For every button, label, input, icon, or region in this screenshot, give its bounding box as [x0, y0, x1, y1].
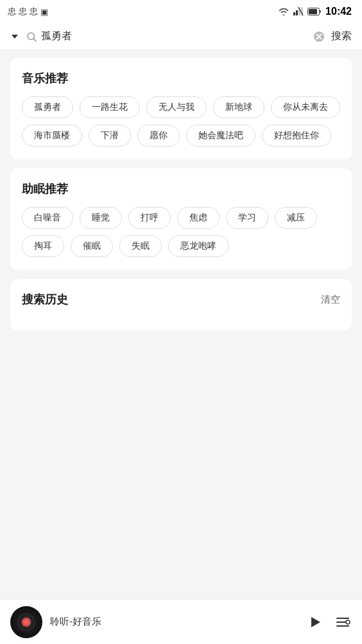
play-icon	[306, 613, 323, 631]
tag-item[interactable]: 白噪音	[22, 207, 73, 229]
track-info: 聆听-好音乐	[50, 616, 298, 628]
sleep-section-title: 助眠推荐	[22, 181, 340, 197]
carrier-icon-2: 忠	[19, 6, 27, 17]
tag-item[interactable]: 催眠	[71, 235, 113, 257]
tag-item[interactable]: 掏耳	[22, 235, 64, 257]
dropdown-arrow-icon	[10, 32, 19, 41]
tag-item[interactable]: 减压	[275, 207, 317, 229]
search-button[interactable]: 搜索	[331, 30, 352, 43]
tag-item[interactable]: 海市蜃楼	[22, 125, 82, 147]
play-button[interactable]	[306, 613, 323, 631]
settings-icon: ▣	[40, 7, 48, 17]
main-content: 音乐推荐 孤勇者 一路生花 无人与我 新地球 你从未离去 海市蜃楼 下潜 愿你 …	[0, 50, 362, 589]
search-bar: 孤勇者 搜索	[0, 23, 362, 50]
playlist-icon	[334, 613, 352, 631]
status-bar: 忠 忠 忠 ▣ 10:42	[0, 0, 362, 23]
clear-input-button[interactable]	[313, 31, 325, 42]
sleep-recommendations-card: 助眠推荐 白噪音 睡觉 打呼 焦虑 学习 减压 掏耳 催眠 失眠 恶龙咆哮	[10, 168, 352, 270]
vinyl-center	[22, 618, 31, 627]
battery-icon	[307, 8, 322, 15]
tag-item[interactable]: 新地球	[213, 96, 264, 118]
playlist-button[interactable]	[334, 613, 352, 631]
tag-item[interactable]: 下潜	[89, 125, 131, 147]
svg-rect-1	[296, 10, 298, 15]
history-header: 搜索历史 清空	[22, 292, 340, 307]
signal-icon	[293, 7, 304, 16]
status-right: 10:42	[278, 6, 352, 17]
tag-item[interactable]: 孤勇者	[22, 96, 73, 118]
sleep-tags: 白噪音 睡觉 打呼 焦虑 学习 减压 掏耳 催眠 失眠 恶龙咆哮	[22, 207, 340, 257]
search-dropdown[interactable]	[10, 32, 19, 41]
player-controls	[306, 613, 352, 631]
clear-history-button[interactable]: 清空	[321, 294, 340, 306]
tag-item[interactable]: 恶龙咆哮	[168, 235, 228, 257]
tag-item[interactable]: 无人与我	[146, 96, 207, 118]
tag-item[interactable]: 焦虑	[177, 207, 220, 229]
tag-item[interactable]: 好想抱住你	[262, 125, 331, 147]
tag-item[interactable]: 你从未离去	[271, 96, 340, 118]
music-tags: 孤勇者 一路生花 无人与我 新地球 你从未离去 海市蜃楼 下潜 愿你 她会魔法吧…	[22, 96, 340, 147]
clear-icon	[313, 31, 325, 42]
player-bar: 聆听-好音乐	[0, 599, 362, 644]
music-section-title: 音乐推荐	[22, 71, 340, 86]
clock: 10:42	[325, 6, 352, 17]
album-art	[10, 606, 42, 638]
status-icons: 忠 忠 忠 ▣	[8, 6, 48, 17]
tag-item[interactable]: 学习	[226, 207, 268, 229]
search-history-card: 搜索历史 清空	[10, 279, 352, 330]
music-recommendations-card: 音乐推荐 孤勇者 一路生花 无人与我 新地球 你从未离去 海市蜃楼 下潜 愿你 …	[10, 58, 352, 159]
svg-rect-6	[309, 9, 317, 14]
search-icon	[26, 31, 37, 42]
svg-point-7	[28, 33, 35, 40]
svg-line-8	[33, 39, 36, 41]
search-input-wrap: 孤勇者	[26, 31, 307, 42]
tag-item[interactable]: 睡觉	[80, 207, 122, 229]
carrier-icon-1: 忠	[8, 6, 16, 17]
svg-marker-12	[311, 617, 320, 627]
tag-item[interactable]: 一路生花	[80, 96, 140, 118]
search-input[interactable]: 孤勇者	[41, 31, 307, 42]
tag-item[interactable]: 失眠	[119, 235, 162, 257]
carrier-icon-3: 忠	[30, 6, 38, 17]
tag-item[interactable]: 打呼	[128, 207, 171, 229]
history-title: 搜索历史	[22, 292, 68, 307]
wifi-icon	[278, 7, 289, 16]
tag-item[interactable]: 她会魔法吧	[186, 125, 255, 147]
tag-item[interactable]: 愿你	[137, 125, 180, 147]
svg-point-16	[346, 620, 350, 624]
svg-rect-0	[293, 12, 295, 15]
